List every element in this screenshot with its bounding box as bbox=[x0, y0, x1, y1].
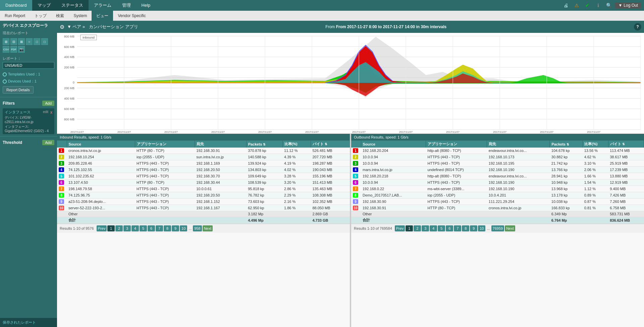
inbound-table-row[interactable]: 8 74.125.96.75 HTTPS (443 - TCP) 192.168… bbox=[57, 192, 350, 199]
filter-close-btn[interactable]: x bbox=[50, 110, 52, 115]
inbound-page-5[interactable]: 5 bbox=[140, 225, 147, 231]
nav-admin[interactable]: 管理 bbox=[117, 0, 136, 11]
outbound-col-bytes[interactable]: バイト ⇅ bbox=[608, 141, 644, 148]
icon-5[interactable]: □ bbox=[34, 38, 40, 45]
outbound-page-7[interactable]: 7 bbox=[454, 225, 461, 231]
nav-alarm[interactable]: アラーム bbox=[89, 0, 117, 11]
icon-2[interactable]: ⊟ bbox=[10, 38, 17, 45]
dest-cell: 192.168.1.169 bbox=[195, 160, 246, 167]
inbound-table-row[interactable]: 5 101.102.235.62 HTTPS (443 - TCP) 192.1… bbox=[57, 173, 350, 179]
inbound-col-source[interactable]: Source bbox=[67, 141, 135, 148]
icon-pdf[interactable]: PDF bbox=[10, 46, 17, 53]
outbound-page-9[interactable]: 9 bbox=[470, 225, 477, 231]
outbound-next-btn[interactable]: Next bbox=[505, 225, 515, 231]
icon-1[interactable]: ⊞ bbox=[3, 38, 9, 45]
app-cell: HTTPS (443 - TCP) bbox=[426, 179, 487, 186]
nav-vendor[interactable]: Vendor Specific bbox=[113, 11, 150, 21]
icon-6[interactable]: □ bbox=[41, 38, 48, 45]
outbound-page-10[interactable]: 10 bbox=[478, 225, 485, 231]
inbound-page-6[interactable]: 6 bbox=[148, 225, 155, 231]
inbound-page-2[interactable]: 2 bbox=[115, 225, 123, 231]
outbound-page-4[interactable]: 4 bbox=[430, 225, 437, 231]
help-button[interactable]: ? bbox=[634, 23, 641, 31]
inbound-col-dest[interactable]: 宛先 bbox=[195, 141, 246, 148]
outbound-last-page[interactable]: 76959 bbox=[491, 225, 504, 231]
outbound-table-row[interactable]: 9 192.168.30.90 HTTPS (443 - TCP) 111.22… bbox=[351, 199, 644, 205]
outbound-page-8[interactable]: 8 bbox=[462, 225, 469, 231]
outbound-page-2[interactable]: 2 bbox=[414, 225, 421, 231]
threshold-add-btn[interactable]: Add bbox=[42, 140, 54, 145]
nav-system[interactable]: System bbox=[69, 11, 92, 21]
row-num-cell: 1 bbox=[351, 148, 361, 154]
inbound-table-row[interactable]: 6 13.107.4.50 HTTP (80 - TCP) 192.168.30… bbox=[57, 179, 350, 186]
icon-4[interactable]: ○ bbox=[26, 38, 33, 45]
outbound-table-row[interactable]: 3 10.0.0.94 HTTPS (443 - TCP) 192.168.10… bbox=[351, 160, 644, 167]
outbound-table-row[interactable]: 8 Demo_20170517.LAB... iop (2055 - UDP) … bbox=[351, 192, 644, 199]
outbound-table-row[interactable]: 4 mars.intra.lvi.co.jp undefined (8014 T… bbox=[351, 167, 644, 173]
saved-reports-link[interactable]: 保存されたレポート bbox=[0, 318, 57, 327]
inbound-table-row[interactable]: 2 192.168.10.254 iop (2055 - UDP) sun.in… bbox=[57, 154, 350, 160]
nav-run-report[interactable]: Run Report bbox=[0, 11, 30, 21]
chart-area: 800 MB 600 MB 400 MB 200 MB 0 200 MB 400… bbox=[57, 33, 644, 133]
row-num-cell: 7 bbox=[351, 186, 361, 192]
filter-edit-btn[interactable]: edit bbox=[43, 110, 48, 115]
outbound-table-row[interactable]: 7 192.168.0.22 ms-wbt-server (3389... 19… bbox=[351, 186, 644, 192]
inbound-page-10[interactable]: 10 bbox=[180, 225, 187, 231]
outbound-page-6[interactable]: 6 bbox=[446, 225, 453, 231]
outbound-col-app[interactable]: アプリケーション bbox=[426, 141, 487, 148]
inbound-page-9[interactable]: 9 bbox=[172, 225, 179, 231]
nav-search[interactable]: 検索 bbox=[51, 11, 69, 21]
inbound-col-ratio[interactable]: 比率(%) bbox=[282, 141, 311, 148]
inbound-page-7[interactable]: 7 bbox=[156, 225, 163, 231]
printer-icon[interactable]: 🖨 bbox=[561, 1, 571, 10]
inbound-table-row[interactable]: 10 server-52-222-193-2... HTTPS (443 - T… bbox=[57, 205, 350, 211]
inbound-table-row[interactable]: 1 cronos.intra.lvi.co.jp HTTP (80 - TCP)… bbox=[57, 148, 350, 154]
outbound-page-3[interactable]: 3 bbox=[422, 225, 429, 231]
breadcrumb-prefix: ▼ ペア » bbox=[67, 24, 85, 29]
inbound-page-8[interactable]: 8 bbox=[164, 225, 171, 231]
nav-top[interactable]: トップ bbox=[30, 11, 51, 21]
icon-csv[interactable]: CSV bbox=[3, 46, 9, 53]
nav-help[interactable]: Help bbox=[136, 0, 156, 11]
inbound-page-4[interactable]: 4 bbox=[131, 225, 139, 231]
inbound-table-row[interactable]: 4 74.125.102.55 HTTPS (443 - TCP) 192.16… bbox=[57, 167, 350, 173]
search-icon[interactable]: 🔍 bbox=[604, 1, 613, 10]
outbound-prev-btn[interactable]: Prev bbox=[395, 225, 405, 231]
report-input[interactable] bbox=[3, 62, 54, 69]
packets-cell: 108.539 kp bbox=[246, 179, 282, 186]
icon-3[interactable]: ⊠ bbox=[18, 38, 25, 45]
outbound-col-ratio[interactable]: 比率(%) bbox=[583, 141, 608, 148]
templates-link[interactable]: Templates Used：1 bbox=[0, 71, 57, 78]
outbound-page-1[interactable]: 1 bbox=[406, 225, 413, 231]
outbound-table-row[interactable]: 2 10.0.0.94 HTTPS (443 - TCP) 192.168.10… bbox=[351, 154, 644, 160]
inbound-col-app[interactable]: アプリケーション bbox=[135, 141, 195, 148]
inbound-last-page[interactable]: 958 bbox=[193, 225, 202, 231]
inbound-col-packets[interactable]: Packets ⇅ bbox=[246, 141, 282, 148]
outbound-table-row[interactable]: 1 192.168.20.204 http-alt (8080 - TCP) e… bbox=[351, 148, 644, 154]
devices-link[interactable]: Devices Used：1 bbox=[0, 78, 57, 85]
settings-icon[interactable]: ⚙ bbox=[60, 24, 64, 30]
inbound-table-row[interactable]: 9 a23-51-208-94.deplo... HTTPS (443 - TC… bbox=[57, 199, 350, 205]
inbound-page-3[interactable]: 3 bbox=[123, 225, 131, 231]
logout-button[interactable]: ▼ Log Out bbox=[615, 2, 641, 8]
inbound-table-row[interactable]: 3 209.85.228.46 HTTPS (443 - TCP) 192.16… bbox=[57, 160, 350, 167]
nav-dashboard[interactable]: Dashboard bbox=[0, 0, 32, 11]
outbound-table-row[interactable]: 6 10.0.0.94 HTTPS (443 - TCP) 192.168.10… bbox=[351, 179, 644, 186]
nav-map[interactable]: マップ bbox=[32, 0, 56, 11]
nav-status[interactable]: ステータス bbox=[56, 0, 89, 11]
outbound-col-dest[interactable]: 宛先 bbox=[487, 141, 550, 148]
inbound-next-btn[interactable]: Next bbox=[203, 225, 213, 231]
outbound-col-source[interactable]: Source bbox=[361, 141, 426, 148]
inbound-table-row[interactable]: 7 198.148.79.58 HTTPS (443 - TCP) 10.0.0… bbox=[57, 186, 350, 192]
inbound-col-bytes[interactable]: バイト ⇅ bbox=[311, 141, 350, 148]
outbound-page-5[interactable]: 5 bbox=[438, 225, 445, 231]
report-details-btn[interactable]: Report Details bbox=[3, 86, 34, 94]
outbound-col-packets[interactable]: Packets ⇅ bbox=[550, 141, 583, 148]
outbound-table-row[interactable]: 10 192.168.30.91 HTTP (80 - TCP) cronos.… bbox=[351, 205, 644, 211]
icon-8[interactable]: 📷 bbox=[18, 46, 25, 53]
outbound-table-row[interactable]: 5 192.168.20.218 http-alt (8080 - TCP) e… bbox=[351, 173, 644, 179]
nav-view[interactable]: ビュー bbox=[92, 11, 113, 21]
filter-add-btn[interactable]: Add bbox=[42, 101, 54, 106]
inbound-page-1[interactable]: 1 bbox=[107, 225, 115, 231]
inbound-prev-btn[interactable]: Prev bbox=[97, 225, 107, 231]
